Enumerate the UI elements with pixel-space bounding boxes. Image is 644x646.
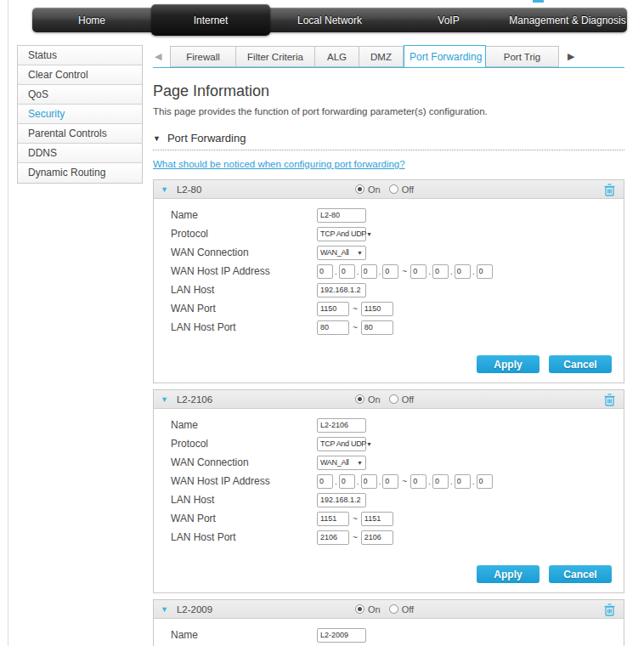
- ip-from-octet-1[interactable]: [317, 474, 333, 489]
- panel-header[interactable]: ▼ L2-2106 On Off: [154, 390, 624, 409]
- radio-on[interactable]: [355, 394, 364, 404]
- ip-to-octet-1[interactable]: [410, 264, 427, 279]
- dot-separator: .: [357, 477, 359, 486]
- apply-button[interactable]: Apply: [477, 355, 539, 373]
- name-label: Name: [171, 419, 317, 431]
- sidebar-item-security[interactable]: Security: [18, 105, 142, 124]
- nav-item-local-network[interactable]: Local Network: [270, 8, 389, 32]
- wan-host-ip-label: WAN Host IP Address: [171, 265, 317, 277]
- ip-to-octet-3[interactable]: [455, 474, 471, 489]
- dot-separator: .: [357, 267, 359, 276]
- sidebar-item-status[interactable]: Status: [18, 46, 142, 65]
- protocol-select[interactable]: TCP And UDP ▼: [317, 227, 366, 241]
- nav-item-internet[interactable]: Internet: [151, 4, 270, 36]
- ip-from-octet-1[interactable]: [317, 264, 333, 279]
- ip-to-octet-2[interactable]: [432, 474, 449, 489]
- wan-port-label: WAN Port: [171, 513, 317, 524]
- ip-to-octet-4[interactable]: [477, 264, 493, 279]
- tab-scroll-right-icon[interactable]: ▶: [568, 50, 574, 62]
- protocol-label: Protocol: [171, 228, 317, 240]
- section-header[interactable]: ▼ Port Forwarding: [153, 132, 624, 144]
- wan-connection-label: WAN Connection: [171, 246, 317, 258]
- range-separator: ~: [353, 323, 358, 332]
- wan-port-from-input[interactable]: [317, 512, 349, 526]
- sidebar: Status Clear Control QoS Security Parent…: [17, 45, 143, 184]
- radio-on[interactable]: [355, 184, 364, 194]
- panel-header[interactable]: ▼ L2-80 On Off: [154, 180, 624, 199]
- ip-to-octet-1[interactable]: [410, 474, 427, 489]
- ip-to-octet-2[interactable]: [432, 264, 449, 279]
- lan-port-to-input[interactable]: [361, 320, 393, 335]
- panel-header[interactable]: ▼ L2-2009 On Off: [154, 600, 624, 619]
- name-input[interactable]: [317, 628, 366, 643]
- protocol-select[interactable]: TCP And UDP ▼: [317, 437, 366, 451]
- radio-on-label: On: [368, 604, 381, 615]
- tab-alg[interactable]: ALG: [315, 46, 359, 67]
- radio-on[interactable]: [355, 604, 364, 614]
- ip-from-octet-4[interactable]: [382, 264, 398, 279]
- ip-to-octet-3[interactable]: [455, 264, 471, 279]
- tab-firewall[interactable]: Firewall: [170, 46, 236, 67]
- tab-filter-criteria[interactable]: Filter Criteria: [236, 46, 315, 67]
- collapse-icon[interactable]: ▼: [161, 185, 168, 194]
- wan-connection-select[interactable]: WAN_All ▼: [317, 246, 366, 260]
- sidebar-item-clear-control[interactable]: Clear Control: [18, 65, 142, 85]
- ip-from-octet-4[interactable]: [382, 474, 398, 489]
- wan-connection-select[interactable]: WAN_All ▼: [317, 456, 366, 470]
- lan-host-port-label: LAN Host Port: [171, 531, 317, 543]
- tab-dmz[interactable]: DMZ: [359, 46, 404, 67]
- section-divider: [153, 150, 624, 150]
- nav-item-voip[interactable]: VoIP: [389, 8, 508, 32]
- trash-icon[interactable]: [604, 184, 615, 196]
- nav-item-management-diagnosis[interactable]: Management & Diagnosis: [508, 8, 627, 32]
- sidebar-item-ddns[interactable]: DDNS: [18, 144, 142, 163]
- lan-port-to-input[interactable]: [361, 530, 393, 545]
- collapse-icon[interactable]: ▼: [161, 395, 168, 404]
- ip-from-octet-3[interactable]: [361, 264, 377, 279]
- trash-icon[interactable]: [604, 394, 615, 406]
- dot-separator: .: [379, 267, 381, 276]
- lan-host-port-label: LAN Host Port: [171, 321, 317, 333]
- sidebar-item-qos[interactable]: QoS: [18, 85, 142, 105]
- ip-from-octet-3[interactable]: [361, 474, 377, 489]
- wan-port-to-input[interactable]: [361, 512, 393, 526]
- dropdown-arrow-icon: ▼: [357, 250, 363, 256]
- page-description: This page provides the function of port …: [153, 106, 624, 116]
- section-collapse-icon[interactable]: ▼: [153, 134, 161, 143]
- wan-port-to-input[interactable]: [361, 302, 393, 316]
- lan-host-input[interactable]: [317, 283, 366, 298]
- lan-host-input[interactable]: [317, 493, 366, 507]
- range-separator: ~: [402, 267, 407, 276]
- page-title: Page Information: [153, 82, 624, 100]
- cancel-button[interactable]: Cancel: [549, 355, 612, 373]
- port-forwarding-help-link[interactable]: What should be noticed when configuring …: [153, 159, 405, 169]
- name-input[interactable]: [317, 208, 366, 223]
- tab-port-triggering[interactable]: Port Trig: [486, 46, 559, 67]
- collapse-icon[interactable]: ▼: [161, 605, 168, 614]
- tab-port-forwarding[interactable]: Port Forwarding: [404, 45, 486, 68]
- nav-item-home[interactable]: Home: [32, 8, 151, 32]
- radio-off[interactable]: [389, 184, 398, 194]
- apply-button[interactable]: Apply: [477, 565, 539, 583]
- sidebar-item-dynamic-routing[interactable]: Dynamic Routing: [18, 163, 142, 183]
- ip-to-octet-4[interactable]: [477, 474, 493, 489]
- name-input[interactable]: [317, 418, 366, 433]
- lan-port-from-input[interactable]: [317, 320, 349, 335]
- wan-host-ip-label: WAN Host IP Address: [171, 475, 317, 487]
- lan-port-from-input[interactable]: [317, 530, 349, 545]
- tab-scroll-left-icon[interactable]: ◀: [155, 50, 161, 62]
- wan-connection-value: WAN_All: [320, 458, 349, 467]
- cancel-button[interactable]: Cancel: [549, 565, 612, 583]
- radio-off[interactable]: [389, 604, 398, 614]
- sidebar-item-parental-controls[interactable]: Parental Controls: [18, 124, 142, 144]
- range-separator: ~: [353, 304, 358, 314]
- port-forwarding-rule-panel: ▼ L2-80 On Off Name: [153, 179, 624, 383]
- wan-port-from-input[interactable]: [317, 302, 349, 316]
- wan-connection-value: WAN_All: [320, 248, 349, 257]
- range-separator: ~: [402, 477, 407, 486]
- ip-from-octet-2[interactable]: [339, 264, 355, 279]
- radio-off[interactable]: [389, 394, 398, 404]
- trash-icon[interactable]: [604, 604, 615, 616]
- ip-from-octet-2[interactable]: [339, 474, 355, 489]
- dot-separator: .: [472, 267, 475, 276]
